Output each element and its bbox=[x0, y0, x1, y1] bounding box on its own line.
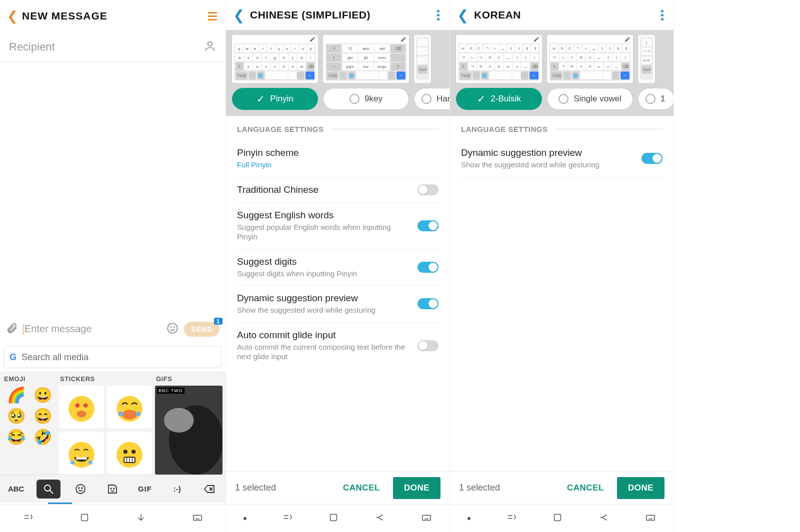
compose-row: Enter message SEND 1 bbox=[0, 315, 226, 343]
overflow-menu-icon[interactable] bbox=[434, 7, 442, 23]
back-icon[interactable]: ❮ bbox=[7, 8, 22, 24]
keyboard-thumb-single-vowel[interactable]: 🎤 ㅂㅈㄷㄱㅅㅛㅕㅑㅐㅔ ㅁㄴㅇㄹㅎㅗㅓㅏㅣ ⇧ㅋㅌㅊㅍㅠㅜㅡ⌫ ?123·🌐·… bbox=[547, 35, 633, 83]
header: ❮ CHINESE (SIMPLIFIED) bbox=[226, 0, 450, 30]
toggle[interactable] bbox=[642, 153, 662, 164]
nav-keyboard-icon[interactable] bbox=[192, 512, 203, 525]
svg-point-23 bbox=[164, 408, 194, 433]
keyboard-thumb-peek[interactable]: | ㄱㅋ ㅂㅍ ?123 bbox=[638, 35, 655, 83]
toggle[interactable] bbox=[418, 220, 438, 231]
emoji-item[interactable]: 😂 bbox=[6, 430, 26, 445]
toggle[interactable] bbox=[418, 262, 438, 273]
back-icon[interactable]: ❮ bbox=[457, 7, 474, 23]
gifs-tab-label[interactable]: GIFS bbox=[155, 373, 222, 386]
system-nav-bar bbox=[0, 504, 226, 532]
backspace-key-icon[interactable] bbox=[198, 480, 222, 499]
chip-label: Han bbox=[436, 94, 450, 104]
svg-point-26 bbox=[76, 485, 85, 494]
compose-input[interactable]: Enter message bbox=[23, 323, 161, 335]
chip-single-vowel[interactable]: Single vowel bbox=[547, 88, 633, 110]
header: ❮ NEW MESSAGE bbox=[0, 0, 226, 32]
emoji-tab-label[interactable]: EMOJI bbox=[3, 373, 56, 386]
sticker-key-icon[interactable] bbox=[100, 480, 124, 499]
section-header: LANGUAGE SETTINGS bbox=[461, 125, 548, 133]
nav-back-icon[interactable] bbox=[136, 512, 146, 525]
chip-label: 2-Bulsik bbox=[490, 94, 520, 104]
media-search-placeholder: Search all media bbox=[22, 352, 88, 363]
done-button[interactable]: DONE bbox=[617, 477, 664, 499]
chip-label: Single vowel bbox=[574, 94, 621, 104]
setting-pinyin-scheme[interactable]: Pinyin scheme Full Pinyin bbox=[237, 140, 438, 177]
toggle[interactable] bbox=[418, 298, 438, 309]
chip-2bulsik[interactable]: ✓2-Bulsik bbox=[456, 88, 542, 110]
setting-title: Suggest digits bbox=[237, 256, 410, 267]
chip-handwriting[interactable]: Han bbox=[414, 88, 450, 110]
cancel-button[interactable]: CANCEL bbox=[559, 478, 612, 498]
svg-point-24 bbox=[44, 485, 50, 491]
done-button[interactable]: DONE bbox=[393, 477, 440, 499]
nav-back-icon[interactable] bbox=[374, 512, 386, 525]
toggle[interactable] bbox=[418, 184, 438, 195]
search-key[interactable] bbox=[36, 480, 60, 499]
back-icon[interactable]: ❮ bbox=[233, 7, 250, 23]
nav-back-icon[interactable] bbox=[598, 512, 610, 525]
send-label: SEND bbox=[191, 325, 212, 333]
nav-keyboard-icon[interactable] bbox=[421, 512, 432, 525]
page-title: NEW MESSAGE bbox=[22, 10, 206, 22]
chip-label: 9key bbox=[364, 94, 382, 104]
sticker-item[interactable] bbox=[59, 386, 104, 429]
keyboard-bottom-bar: ABC GIF :-) bbox=[0, 475, 226, 503]
setting-suggest-digits[interactable]: Suggest digits Suggest digits when input… bbox=[237, 249, 438, 286]
media-search-row[interactable]: G Search all media bbox=[4, 346, 222, 368]
setting-traditional-chinese[interactable]: Traditional Chinese bbox=[237, 177, 438, 203]
settings-list: LANGUAGE SETTINGS Pinyin scheme Full Pin… bbox=[226, 116, 450, 471]
emoji-item[interactable]: 😀 bbox=[32, 388, 53, 403]
gif-key[interactable]: GIF bbox=[133, 480, 157, 499]
emoji-item[interactable]: 🌈 bbox=[6, 388, 26, 403]
chip-peek[interactable]: 1 bbox=[638, 88, 674, 110]
stickers-tab-label[interactable]: STICKERS bbox=[59, 373, 152, 386]
attach-icon[interactable] bbox=[6, 322, 18, 336]
sticker-item[interactable] bbox=[107, 386, 152, 429]
emoji-key-icon[interactable] bbox=[68, 480, 92, 499]
chip-9key[interactable]: 9key bbox=[323, 88, 409, 110]
setting-auto-commit[interactable]: Auto commit glide input Auto commit the … bbox=[237, 323, 438, 369]
keyboard-thumb-9key[interactable]: 🎤 ?'리abcdef⌫ !ghijklmno· ~pqrstuvwxyz⇧ ?… bbox=[323, 35, 409, 83]
contact-picker-icon[interactable] bbox=[204, 39, 216, 54]
emoji-item[interactable]: 🥺 bbox=[6, 409, 26, 424]
setting-subtitle: Auto commit the current composing text b… bbox=[237, 342, 410, 362]
svg-point-5 bbox=[76, 411, 86, 418]
toggle[interactable] bbox=[418, 340, 438, 351]
cancel-button[interactable]: CANCEL bbox=[335, 478, 388, 498]
overflow-menu-icon[interactable] bbox=[658, 7, 666, 23]
chip-pinyin[interactable]: ✓Pinyin bbox=[232, 88, 318, 110]
keyboard-thumb-2bulsik[interactable]: 🎤 ㅂㅈㄷㄱㅅㅛㅕㅑㅐㅔ ㅁㄴㅇㄹㅎㅗㅓㅏㅣ ⇧ㅋㅌㅊㅍㅠㅜㅡ⌫ ?123·🌐·… bbox=[456, 35, 542, 83]
send-button[interactable]: SEND 1 bbox=[184, 322, 220, 337]
emoji-item[interactable]: 🤣 bbox=[32, 430, 53, 445]
nav-home-icon[interactable] bbox=[328, 512, 339, 525]
emoji-item[interactable]: 😄 bbox=[32, 409, 53, 424]
footer: 1 selected CANCEL DONE bbox=[450, 471, 674, 504]
recipient-input[interactable]: Recipient bbox=[9, 40, 204, 53]
keyboard-thumb-peek[interactable]: ?123 bbox=[414, 35, 431, 83]
keyboard-thumb-qwerty[interactable]: 🎤 qwertyuiop asdfghjkl ⇧zxcvbnm⌫ ?123·🌐·… bbox=[232, 35, 318, 83]
gif-item[interactable]: BBC TWO bbox=[155, 386, 222, 475]
nav-recents-icon[interactable] bbox=[506, 512, 517, 525]
svg-point-14 bbox=[116, 442, 142, 468]
nav-home-icon[interactable] bbox=[552, 512, 563, 525]
text-face-key[interactable]: :-) bbox=[165, 480, 189, 499]
setting-suggest-english[interactable]: Suggest English words Suggest popular En… bbox=[237, 203, 438, 249]
sticker-item[interactable] bbox=[59, 432, 104, 475]
setting-dynamic-preview[interactable]: Dynamic suggestion preview Show the sugg… bbox=[237, 286, 438, 323]
sticker-item[interactable] bbox=[107, 432, 152, 475]
svg-point-7 bbox=[122, 410, 137, 419]
menu-icon[interactable] bbox=[206, 12, 218, 20]
nav-home-icon[interactable] bbox=[79, 512, 90, 525]
nav-recents-icon[interactable] bbox=[282, 512, 293, 525]
abc-key[interactable]: ABC bbox=[4, 480, 28, 499]
emoji-icon[interactable] bbox=[166, 322, 179, 337]
chip-label: 1 bbox=[660, 94, 665, 104]
svg-point-16 bbox=[132, 450, 136, 454]
setting-dynamic-preview[interactable]: Dynamic suggestion preview Show the sugg… bbox=[461, 140, 662, 177]
nav-keyboard-icon[interactable] bbox=[645, 512, 656, 525]
nav-recents-icon[interactable] bbox=[22, 512, 34, 525]
